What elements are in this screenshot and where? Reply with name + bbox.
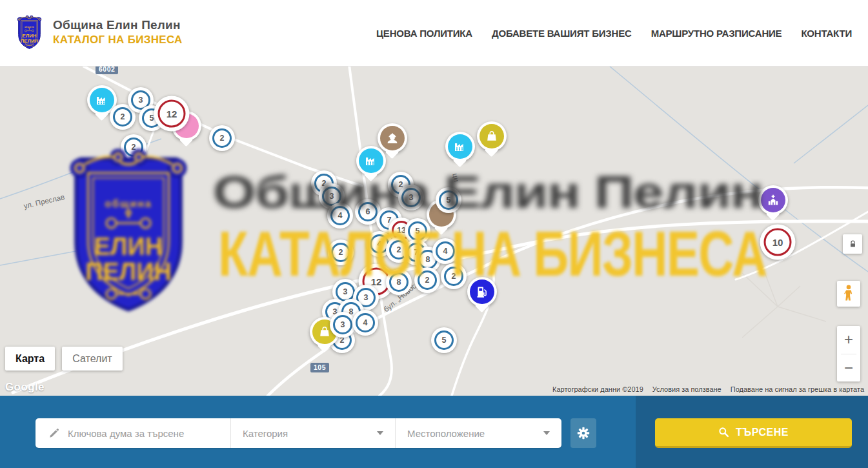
- pin-disc: [448, 134, 472, 159]
- header: Община Елин Пелин КАТАЛОГ НА БИЗНЕСА ЦЕН…: [0, 0, 868, 66]
- map-type-satellite-button[interactable]: Сателит: [62, 347, 123, 371]
- pin-disc: [479, 124, 504, 148]
- shopping-bag-icon: [485, 129, 499, 143]
- attribution-copyright: Картографски данни ©2019: [552, 385, 643, 393]
- location-dropdown[interactable]: Местоположение: [396, 418, 561, 448]
- cluster-count: 3: [364, 293, 368, 302]
- road-badge: 6002: [96, 66, 118, 74]
- nav-route-schedule[interactable]: МАРШРУТНО РАЗПИСАНИЕ: [651, 28, 782, 39]
- cluster-count: 5: [150, 114, 154, 123]
- map-cluster-marker[interactable]: 12: [154, 96, 190, 132]
- nav-pricing-policy[interactable]: ЦЕНОВА ПОЛИТИКА: [376, 28, 472, 39]
- zoom-out-button[interactable]: −: [837, 354, 860, 382]
- factory-icon: [452, 139, 468, 154]
- factory-icon: [363, 153, 379, 168]
- map-type-map-button[interactable]: Карта: [5, 347, 55, 371]
- cluster-count: 3: [139, 96, 143, 105]
- cluster-count: 2: [121, 112, 125, 121]
- caret-down-icon: [377, 431, 383, 435]
- pin-disc: [90, 88, 114, 112]
- category-dropdown[interactable]: Категория: [231, 418, 396, 448]
- map-cluster-marker[interactable]: 5: [431, 327, 457, 353]
- pegman-button[interactable]: [837, 281, 860, 307]
- pencil-icon: [48, 427, 60, 439]
- map-pin-marker-bag[interactable]: [477, 121, 507, 151]
- road-badge: 105: [310, 363, 329, 372]
- search-keyword-input[interactable]: [68, 428, 216, 439]
- nav-contacts[interactable]: КОНТАКТИ: [801, 28, 852, 39]
- map-type-control: Карта Сателит: [5, 347, 123, 371]
- site-logo[interactable]: Община Елин Пелин КАТАЛОГ НА БИЗНЕСА: [14, 13, 183, 52]
- pin-disc: [761, 188, 785, 212]
- cluster-count: 10: [772, 237, 783, 248]
- map-cluster-marker[interactable]: 3: [330, 312, 356, 338]
- map-cluster-marker[interactable]: 4: [352, 310, 378, 336]
- keyword-field[interactable]: [35, 418, 231, 448]
- cluster-count: 2: [220, 134, 225, 143]
- watermark-municipality-emblem: [55, 139, 202, 322]
- search-fields: Категория Местоположение: [35, 418, 561, 448]
- map-cluster-marker[interactable]: 2: [209, 125, 235, 151]
- category-dropdown-label: Категория: [243, 428, 288, 439]
- factory-icon: [94, 92, 110, 108]
- watermark-subtitle: КАТАЛОГ НА БИЗНЕСА: [218, 219, 767, 289]
- gear-icon: [577, 427, 590, 440]
- advanced-filters-button[interactable]: [570, 418, 596, 448]
- main-nav: ЦЕНОВА ПОЛИТИКА ДОБАВЕТЕ ВАШИЯТ БИЗНЕС М…: [376, 0, 852, 66]
- zoom-in-button[interactable]: +: [837, 326, 860, 354]
- search-bar: Категория Местоположение ТЪРСЕНЕ: [0, 396, 868, 468]
- pegman-icon: [842, 284, 856, 303]
- cluster-count: 4: [363, 318, 368, 327]
- map-canvas[interactable]: 6002 105 ул. Преслав бул. „Новосел ци 23…: [0, 66, 868, 396]
- search-icon: [718, 427, 729, 438]
- search-button-label: ТЪРСЕНЕ: [736, 427, 789, 438]
- cluster-count: 12: [167, 108, 177, 119]
- cluster-count: 3: [341, 320, 345, 329]
- lock-button[interactable]: [843, 234, 862, 254]
- zoom-control: + −: [837, 326, 860, 382]
- location-dropdown-label: Местоположение: [407, 428, 485, 439]
- caret-down-icon: [543, 431, 550, 435]
- nav-add-business[interactable]: ДОБАВЕТЕ ВАШИЯТ БИЗНЕС: [492, 28, 632, 39]
- report-error-link[interactable]: Подаване на сигнал за грешка в картата: [731, 385, 864, 393]
- map-pin-marker-worker[interactable]: [378, 123, 407, 153]
- municipality-emblem-icon: [14, 13, 45, 52]
- watermark-title: Община Елин Пелин: [213, 170, 763, 215]
- map-pin-marker-factory[interactable]: [445, 132, 475, 161]
- worker-icon: [385, 130, 400, 146]
- lock-icon: [848, 239, 858, 249]
- terms-link[interactable]: Условия за ползване: [652, 385, 722, 393]
- map-attribution: Картографски данни ©2019 Условия за полз…: [552, 385, 864, 393]
- site-title: Община Елин Пелин: [53, 18, 183, 32]
- cluster-count: 5: [442, 336, 447, 345]
- search-button[interactable]: ТЪРСЕНЕ: [655, 418, 852, 448]
- google-logo[interactable]: Google: [5, 381, 45, 394]
- pin-disc: [380, 126, 405, 150]
- site-subtitle: КАТАЛОГ НА БИЗНЕСА: [53, 34, 183, 46]
- church-icon: [765, 192, 781, 208]
